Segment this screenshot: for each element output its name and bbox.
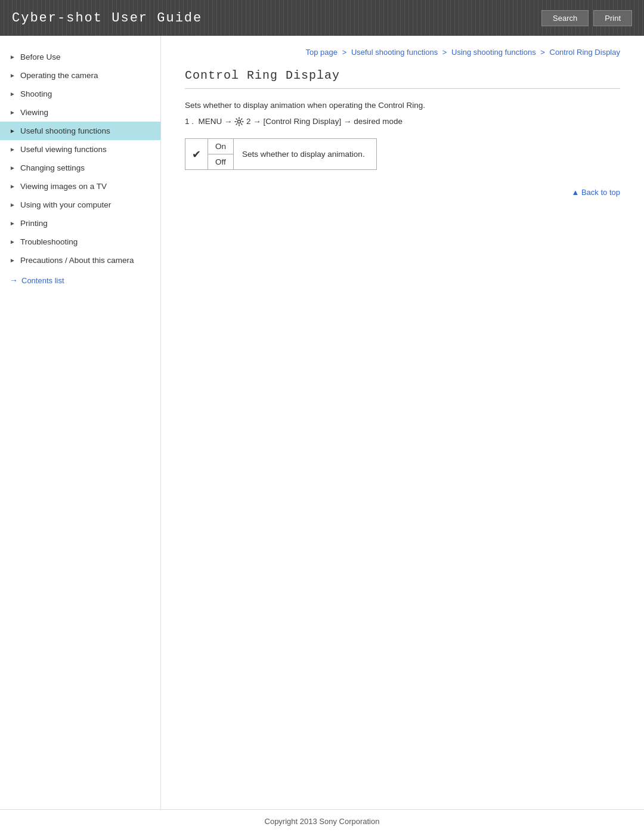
sidebar-item-label: Troubleshooting xyxy=(20,237,151,246)
instruction-text: 2 xyxy=(246,117,253,126)
sidebar-item-changing-settings[interactable]: ► Changing settings xyxy=(0,159,160,177)
svg-point-0 xyxy=(238,120,241,123)
layout: ► Before Use ► Operating the camera ► Sh… xyxy=(0,36,644,809)
options-col: On Off xyxy=(208,139,233,169)
sidebar-item-viewing[interactable]: ► Viewing xyxy=(0,103,160,122)
breadcrumb-top[interactable]: Top page xyxy=(306,48,338,57)
app-title: Cyber-shot User Guide xyxy=(12,11,202,26)
chevron-right-icon: ► xyxy=(10,146,16,153)
chevron-right-icon: ► xyxy=(10,109,16,116)
sidebar-item-label: Operating the camera xyxy=(20,71,151,80)
contents-list-link[interactable]: → Contents list xyxy=(0,270,160,291)
chevron-right-icon: ► xyxy=(10,183,16,190)
header: Cyber-shot User Guide Search Print xyxy=(0,0,644,36)
sidebar-item-troubleshooting[interactable]: ► Troubleshooting xyxy=(0,233,160,251)
breadcrumb-sep: > xyxy=(442,48,449,57)
chevron-right-icon: ► xyxy=(10,54,16,60)
sidebar-item-shooting[interactable]: ► Shooting xyxy=(0,85,160,103)
back-to-top-link[interactable]: ▲ Back to top xyxy=(571,188,620,197)
breadcrumb-sep: > xyxy=(342,48,349,57)
search-button[interactable]: Search xyxy=(541,10,589,26)
chevron-right-icon: ► xyxy=(10,239,16,245)
page-title: Control Ring Display xyxy=(185,69,620,89)
instruction-end: desired mode xyxy=(354,117,402,126)
breadcrumb: Top page > Useful shooting functions > U… xyxy=(185,48,620,57)
chevron-right-icon: ► xyxy=(10,128,16,134)
instruction-number: 1 . MENU xyxy=(185,117,224,126)
sidebar-item-operating[interactable]: ► Operating the camera xyxy=(0,66,160,85)
arrow-right-icon3: → xyxy=(343,117,354,126)
sidebar-item-precautions[interactable]: ► Precautions / About this camera xyxy=(0,251,160,270)
table-left-col: ✔ On Off xyxy=(185,138,234,170)
breadcrumb-useful-shooting[interactable]: Useful shooting functions xyxy=(351,48,438,57)
sidebar-item-before-use[interactable]: ► Before Use xyxy=(0,48,160,66)
chevron-right-icon: ► xyxy=(10,257,16,264)
sidebar-item-label: Changing settings xyxy=(20,163,151,172)
contents-list-label: Contents list xyxy=(21,276,64,285)
sidebar-item-viewing-tv[interactable]: ► Viewing images on a TV xyxy=(0,177,160,196)
breadcrumb-sep: > xyxy=(540,48,547,57)
sidebar-item-label: Shooting xyxy=(20,89,151,98)
footer: Copyright 2013 Sony Corporation xyxy=(0,809,644,833)
sidebar-item-useful-viewing[interactable]: ► Useful viewing functions xyxy=(0,140,160,159)
chevron-right-icon: ► xyxy=(10,72,16,79)
header-buttons: Search Print xyxy=(541,10,632,26)
chevron-right-icon: ► xyxy=(10,202,16,208)
arrow-right-icon2: → xyxy=(253,117,263,126)
sidebar-item-label: Useful viewing functions xyxy=(20,145,151,154)
checkmark-icon: ✔ xyxy=(192,148,201,161)
sidebar-item-useful-shooting[interactable]: ► Useful shooting functions xyxy=(0,122,160,140)
print-button[interactable]: Print xyxy=(593,10,632,26)
sidebar-item-label: Useful shooting functions xyxy=(20,126,151,135)
option-off: Off xyxy=(208,154,233,169)
chevron-right-icon: ► xyxy=(10,220,16,227)
chevron-right-icon: ► xyxy=(10,91,16,97)
copyright-text: Copyright 2013 Sony Corporation xyxy=(265,817,380,826)
check-mark-cell: ✔ xyxy=(185,139,208,169)
description: Sets whether to display animation when o… xyxy=(185,101,620,110)
instruction: 1 . MENU → 2 → [Control Ring Display] → … xyxy=(185,117,620,126)
arrow-right-icon: → xyxy=(224,117,234,126)
main-content: Top page > Useful shooting functions > U… xyxy=(161,36,644,809)
sidebar-item-label: Using with your computer xyxy=(20,200,151,209)
sidebar-item-printing[interactable]: ► Printing xyxy=(0,214,160,233)
option-on: On xyxy=(208,139,233,154)
sidebar: ► Before Use ► Operating the camera ► Sh… xyxy=(0,36,161,809)
arrow-right-icon: → xyxy=(10,275,18,285)
gear-icon xyxy=(234,117,244,126)
table-description: Sets whether to display animation. xyxy=(234,138,377,170)
sidebar-item-using-computer[interactable]: ► Using with your computer xyxy=(0,196,160,214)
sidebar-item-label: Printing xyxy=(20,219,151,228)
chevron-right-icon: ► xyxy=(10,165,16,171)
breadcrumb-current[interactable]: Control Ring Display xyxy=(550,48,621,57)
breadcrumb-using-shooting[interactable]: Using shooting functions xyxy=(451,48,536,57)
options-table: ✔ On Off Sets whether to display animati… xyxy=(185,138,620,170)
instruction-menu-item: [Control Ring Display] xyxy=(264,117,342,126)
sidebar-item-label: Viewing images on a TV xyxy=(20,182,151,191)
sidebar-item-label: Viewing xyxy=(20,108,151,117)
sidebar-item-label: Precautions / About this camera xyxy=(20,256,151,265)
back-to-top[interactable]: ▲ Back to top xyxy=(185,188,620,197)
sidebar-item-label: Before Use xyxy=(20,52,151,61)
